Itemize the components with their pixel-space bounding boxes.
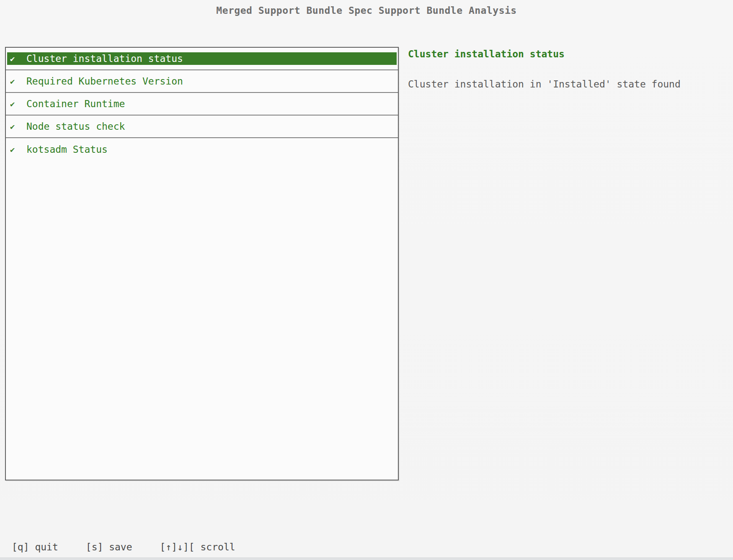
- check-icon: ✔: [10, 99, 19, 108]
- list-item-cluster-installation-status[interactable]: ✔ Cluster installation status: [6, 48, 398, 70]
- list-item-label: kotsadm Status: [26, 144, 108, 155]
- list-item-label: Cluster installation status: [26, 53, 183, 64]
- check-icon: ✔: [10, 122, 19, 131]
- page-title: Merged Support Bundle Spec Support Bundl…: [0, 5, 733, 16]
- analyzer-results-list: ✔ Cluster installation status ✔ Required…: [5, 47, 399, 480]
- terminal-screen: Merged Support Bundle Spec Support Bundl…: [0, 0, 733, 560]
- list-item-label: Container Runtime: [26, 98, 125, 109]
- list-item-label: Required Kubernetes Version: [26, 76, 183, 87]
- scroll-hint: [↑]↓][ scroll: [160, 542, 235, 552]
- check-icon: ✔: [10, 77, 19, 86]
- list-item-required-kubernetes-version[interactable]: ✔ Required Kubernetes Version: [6, 70, 398, 93]
- list-item-container-runtime[interactable]: ✔ Container Runtime: [6, 93, 398, 116]
- detail-heading: Cluster installation status: [408, 49, 565, 59]
- save-hint: [s] save: [86, 542, 132, 552]
- list-item-node-status-check[interactable]: ✔ Node status check: [6, 116, 398, 138]
- quit-hint: [q] quit: [12, 542, 58, 552]
- detail-message: Cluster installation in 'Installed' stat…: [408, 79, 681, 90]
- list-item-label: Node status check: [26, 121, 125, 132]
- window-bottom-edge: [0, 557, 733, 560]
- list-item-kotsadm-status[interactable]: ✔ kotsadm Status: [6, 138, 398, 161]
- keybinding-hints: [q] quit [s] save [↑]↓][ scroll: [12, 542, 235, 552]
- check-icon: ✔: [10, 145, 19, 154]
- check-icon: ✔: [10, 54, 19, 63]
